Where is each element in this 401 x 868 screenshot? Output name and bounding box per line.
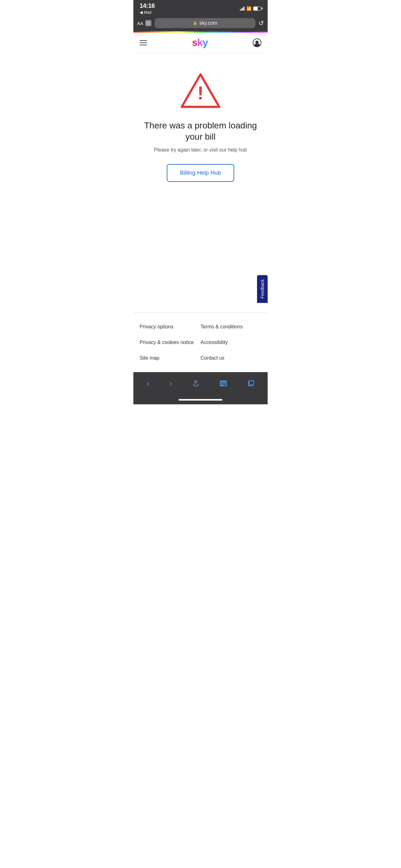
font-size-button[interactable]: AA (137, 21, 143, 26)
main-content: ! There was a problem loading your bill … (133, 53, 268, 225)
error-subtitle: Please try again later, or visit our hel… (154, 147, 247, 153)
spacer (133, 225, 268, 312)
footer-accessibility[interactable]: Accessibility (201, 335, 261, 350)
feedback-tab[interactable]: Feedback (257, 275, 268, 303)
extensions-button[interactable] (145, 20, 152, 26)
footer-privacy-options[interactable]: Privacy options (140, 319, 201, 335)
bottom-nav: ‹ › (133, 372, 268, 397)
reload-button[interactable]: ↺ (259, 19, 264, 27)
share-icon (192, 380, 200, 387)
home-indicator (133, 397, 268, 404)
tabs-button[interactable] (243, 378, 259, 389)
footer-contact[interactable]: Contact us (201, 350, 261, 366)
bookmarks-button[interactable] (215, 378, 231, 389)
browser-controls: AA (137, 20, 152, 26)
footer-terms[interactable]: Terms & conditions (201, 319, 261, 335)
footer-grid: Privacy options Terms & conditions Priva… (140, 319, 261, 366)
svg-rect-8 (249, 380, 254, 385)
status-mail: ◀ Mail (140, 10, 155, 15)
browser-bar: AA 🔒 sky.com ↺ (133, 16, 268, 31)
warning-icon: ! (180, 72, 221, 111)
user-icon[interactable] (253, 38, 261, 47)
forward-button[interactable]: › (165, 376, 176, 390)
error-title: There was a problem loading your bill (143, 120, 258, 143)
status-time: 14:16 (140, 2, 155, 9)
lock-icon: 🔒 (193, 21, 197, 25)
signal-icon (240, 6, 244, 11)
menu-button[interactable] (140, 40, 147, 45)
back-icon: ‹ (146, 378, 149, 389)
nav-bar: sky (133, 32, 268, 53)
svg-rect-0 (147, 22, 148, 23)
url-text: sky.com (199, 20, 217, 26)
footer-sitemap[interactable]: Site map (140, 350, 201, 366)
tabs-icon (247, 380, 255, 387)
share-button[interactable] (188, 378, 204, 389)
address-bar[interactable]: 🔒 sky.com (155, 18, 256, 28)
status-icons: 📶 (240, 6, 261, 11)
svg-rect-1 (149, 22, 150, 23)
back-button[interactable]: ‹ (142, 376, 154, 390)
battery-icon (253, 6, 261, 11)
wifi-icon: 📶 (246, 6, 252, 11)
svg-text:!: ! (197, 83, 204, 103)
svg-rect-2 (147, 24, 148, 25)
bookmarks-icon (220, 380, 227, 387)
forward-icon: › (169, 378, 172, 389)
home-indicator-bar (179, 399, 222, 401)
footer: Privacy options Terms & conditions Priva… (133, 312, 268, 372)
status-bar: 14:16 ◀ Mail 📶 (133, 0, 268, 16)
billing-help-hub-button[interactable]: Billing Help Hub (167, 164, 234, 182)
footer-privacy-cookies[interactable]: Privacy & cookies notice (140, 335, 201, 350)
sky-logo: sky (192, 37, 208, 49)
svg-rect-3 (149, 24, 150, 25)
